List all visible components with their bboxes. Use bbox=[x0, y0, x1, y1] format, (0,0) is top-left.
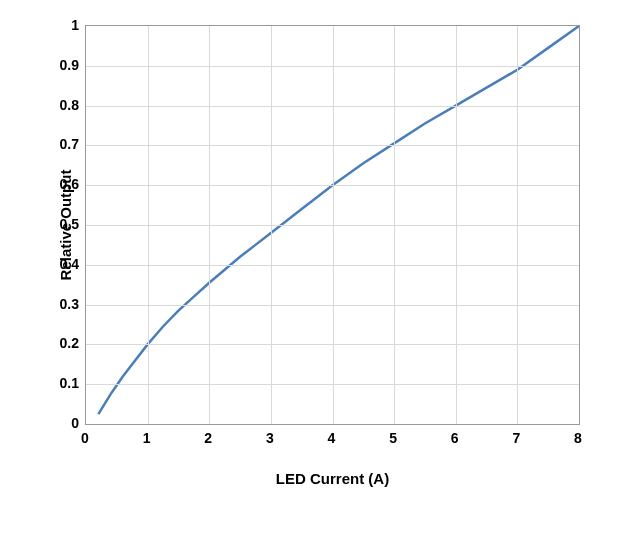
x-tick-label: 2 bbox=[204, 430, 212, 446]
x-tick-label: 0 bbox=[81, 430, 89, 446]
y-tick-label: 0.4 bbox=[39, 256, 79, 272]
grid-line-horizontal bbox=[86, 384, 579, 385]
grid-line-horizontal bbox=[86, 305, 579, 306]
y-tick-label: 0.9 bbox=[39, 57, 79, 73]
x-tick-label: 1 bbox=[143, 430, 151, 446]
data-series-line bbox=[98, 26, 579, 414]
grid-line-horizontal bbox=[86, 66, 579, 67]
y-tick-label: 0.8 bbox=[39, 97, 79, 113]
y-tick-label: 0.3 bbox=[39, 296, 79, 312]
grid-line-horizontal bbox=[86, 344, 579, 345]
x-tick-label: 4 bbox=[328, 430, 336, 446]
grid-line-horizontal bbox=[86, 265, 579, 266]
x-axis-title: LED Current (A) bbox=[85, 470, 580, 487]
grid-line-horizontal bbox=[86, 106, 579, 107]
y-tick-label: 0.7 bbox=[39, 136, 79, 152]
plot-area bbox=[85, 25, 580, 425]
x-tick-label: 5 bbox=[389, 430, 397, 446]
grid-line-horizontal bbox=[86, 225, 579, 226]
x-tick-label: 6 bbox=[451, 430, 459, 446]
x-tick-label: 8 bbox=[574, 430, 582, 446]
x-tick-label: 3 bbox=[266, 430, 274, 446]
y-tick-label: 0.2 bbox=[39, 335, 79, 351]
grid-line-horizontal bbox=[86, 185, 579, 186]
grid-line-horizontal bbox=[86, 145, 579, 146]
chart-container: Relative Output LED Current (A) 01234567… bbox=[0, 0, 619, 536]
x-tick-label: 7 bbox=[512, 430, 520, 446]
y-tick-label: 0.6 bbox=[39, 176, 79, 192]
y-tick-label: 0.5 bbox=[39, 216, 79, 232]
y-tick-label: 0.1 bbox=[39, 375, 79, 391]
y-tick-label: 1 bbox=[39, 17, 79, 33]
y-tick-label: 0 bbox=[39, 415, 79, 431]
